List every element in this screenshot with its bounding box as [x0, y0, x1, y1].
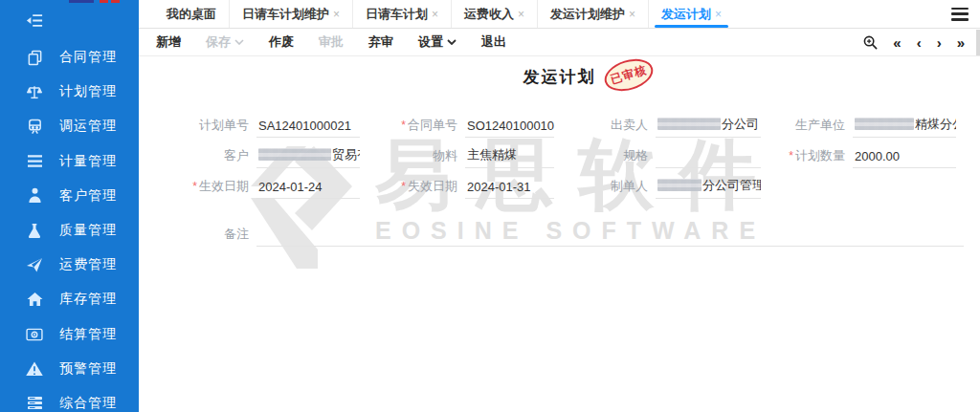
field-label: *生效日期	[172, 178, 249, 199]
zoom-in-icon[interactable]	[863, 35, 878, 50]
button-label: 退出	[481, 33, 506, 51]
field-label: 备注	[172, 226, 249, 247]
paper-plane-icon	[26, 256, 43, 273]
sidebar-item-quality[interactable]: 质量管理	[0, 213, 139, 248]
sidebar-item-plan[interactable]: 计划管理	[0, 75, 139, 109]
sidebar-item-settlement[interactable]: 结算管理	[0, 317, 139, 352]
remarks-row: 备注	[172, 226, 980, 247]
person-icon	[26, 187, 43, 205]
redacted-text	[657, 179, 702, 191]
chevron-down-icon	[447, 39, 457, 45]
field-label: 物料	[368, 147, 457, 168]
void-button[interactable]: 作废	[269, 33, 294, 51]
scales-icon	[26, 83, 43, 100]
field-label: 规格	[562, 147, 648, 168]
next-record-icon[interactable]: ›	[937, 35, 942, 50]
button-label: 设置	[418, 33, 443, 51]
field-label: 出卖人	[562, 117, 648, 138]
redacted-text	[258, 148, 331, 161]
unapprove-button[interactable]: 弃审	[368, 33, 393, 51]
form-content: 易思软件 EOSINE SOFTWARE 发运计划 已审核 计划单号 SA124…	[139, 56, 980, 412]
production-unit-field[interactable]: 精煤分公司	[853, 116, 956, 138]
sidebar-item-measure[interactable]: 计量管理	[0, 144, 139, 179]
sidebar: 合同管理 计划管理 调运管理 计量管理 客户	[0, 0, 139, 412]
required-mark: *	[401, 180, 406, 193]
expiry-date-field[interactable]: 2024-01-31	[465, 180, 554, 199]
tab-daily-car-plan-maint[interactable]: 日请车计划维护 ×	[229, 0, 352, 28]
tab-label: 运费收入	[464, 6, 514, 23]
sidebar-item-contract[interactable]: 合同管理	[0, 40, 139, 75]
contract-no-field[interactable]: SO12401000107	[465, 119, 554, 138]
sidebar-item-label: 调运管理	[59, 118, 117, 135]
sidebar-item-general[interactable]: 综合管理	[0, 386, 139, 412]
close-icon[interactable]: ×	[518, 8, 524, 21]
last-record-icon[interactable]: »	[957, 35, 965, 50]
approve-button[interactable]: 审批	[319, 33, 344, 51]
tab-label: 发运计划维护	[550, 6, 625, 23]
close-icon[interactable]: ×	[333, 8, 340, 21]
sidebar-item-label: 质量管理	[59, 222, 117, 239]
redacted-text	[855, 118, 914, 130]
tab-shipping-plan-maint[interactable]: 发运计划维护 ×	[537, 0, 648, 28]
field-label: 计划单号	[172, 117, 249, 138]
flask-icon	[26, 222, 43, 239]
tab-freight-income[interactable]: 运费收入 ×	[451, 0, 537, 28]
list-icon	[26, 153, 43, 170]
button-label: 弃审	[368, 33, 393, 51]
train-icon	[26, 118, 43, 135]
redacted-text	[657, 118, 721, 130]
seller-field[interactable]: 分公司	[656, 116, 761, 138]
required-mark: *	[192, 180, 197, 193]
sidebar-item-freight[interactable]: 运费管理	[0, 248, 139, 282]
new-button[interactable]: 新增	[156, 33, 181, 51]
logo-remnant	[0, 0, 139, 4]
creator-field[interactable]: 分公司管理员	[656, 177, 761, 199]
sidebar-item-label: 运费管理	[59, 256, 117, 273]
close-icon[interactable]: ×	[715, 8, 722, 21]
required-mark: *	[789, 149, 793, 163]
settings-button[interactable]: 设置	[418, 33, 457, 51]
sidebar-item-customer[interactable]: 客户管理	[0, 179, 139, 213]
first-record-icon[interactable]: «	[893, 35, 901, 50]
plan-no-field[interactable]: SA12401000021	[256, 119, 360, 138]
sidebar-item-label: 综合管理	[59, 395, 117, 412]
field-label: 制单人	[562, 178, 648, 199]
close-icon[interactable]: ×	[629, 8, 635, 21]
prev-record-icon[interactable]: ‹	[917, 35, 922, 50]
customer-field[interactable]: 贸易有	[256, 146, 360, 168]
sidebar-collapse-button[interactable]	[0, 0, 139, 40]
button-label: 审批	[319, 33, 344, 51]
save-button[interactable]: 保存	[206, 33, 244, 51]
planned-qty-field[interactable]: 2000.00	[853, 149, 956, 168]
sidebar-item-label: 库存管理	[59, 291, 117, 308]
effective-date-field[interactable]: 2024-01-24	[256, 180, 360, 199]
sidebar-item-inventory[interactable]: 库存管理	[0, 282, 139, 316]
material-field[interactable]: 主焦精煤	[465, 146, 554, 168]
warning-icon	[26, 360, 43, 378]
spec-field[interactable]	[656, 150, 761, 168]
field-label: *合同单号	[368, 117, 457, 138]
collapse-menu-icon	[26, 11, 43, 29]
page-title: 发运计划	[523, 66, 596, 88]
button-label: 新增	[156, 33, 181, 51]
chevron-down-icon	[234, 39, 244, 45]
exit-button[interactable]: 退出	[481, 33, 506, 51]
button-label: 作废	[269, 33, 294, 51]
close-icon[interactable]: ×	[432, 8, 438, 21]
sidebar-item-label: 客户管理	[59, 187, 117, 205]
app-window: 合同管理 计划管理 调运管理 计量管理 客户	[0, 0, 980, 412]
sidebar-item-dispatch[interactable]: 调运管理	[0, 109, 139, 143]
field-label: *计划数量	[768, 147, 845, 168]
tab-my-desktop[interactable]: 我的桌面	[154, 0, 229, 28]
sidebar-item-warning[interactable]: 预警管理	[0, 352, 139, 386]
tab-bar: 我的桌面 日请车计划维护 × 日请车计划 × 运费收入 × 发运计划维护 × 发…	[139, 0, 980, 29]
money-icon	[26, 326, 43, 343]
tab-shipping-plan[interactable]: 发运计划 ×	[648, 0, 734, 28]
main-area: 我的桌面 日请车计划维护 × 日请车计划 × 运费收入 × 发运计划维护 × 发…	[139, 0, 980, 412]
tab-overflow-menu-icon[interactable]	[951, 8, 969, 21]
sidebar-item-label: 合同管理	[59, 49, 117, 66]
scrollbar[interactable]	[976, 30, 980, 55]
sidebar-item-label: 计量管理	[59, 153, 117, 170]
tab-daily-car-plan[interactable]: 日请车计划 ×	[352, 0, 451, 28]
remarks-field[interactable]	[256, 228, 964, 247]
